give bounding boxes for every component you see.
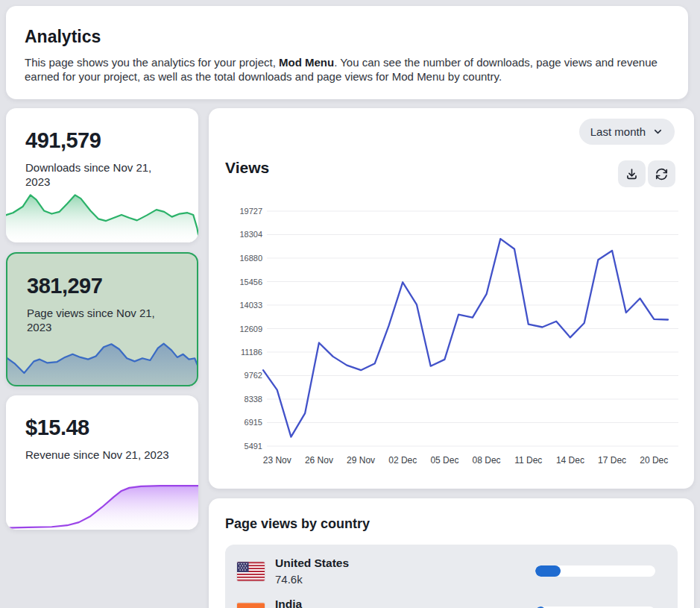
svg-text:05 Dec: 05 Dec xyxy=(430,455,458,466)
page-views-label: Page views since Nov 21, 2023 xyxy=(27,306,180,334)
svg-text:11 Dec: 11 Dec xyxy=(514,455,542,466)
downloads-value: 491,579 xyxy=(25,128,101,153)
download-icon xyxy=(625,167,639,181)
page-views-by-country-panel: Page views by country xyxy=(209,498,694,608)
country-name: India xyxy=(275,598,302,608)
country-bar-track xyxy=(535,565,655,577)
svg-text:29 Nov: 29 Nov xyxy=(347,455,375,466)
svg-text:14 Dec: 14 Dec xyxy=(556,455,584,466)
svg-text:12609: 12609 xyxy=(239,325,262,333)
downloads-sparkline xyxy=(6,192,198,242)
range-selector-button[interactable]: Last month xyxy=(579,119,675,145)
svg-text:5491: 5491 xyxy=(245,442,262,451)
country-list: United States 74.6k India xyxy=(225,545,678,608)
svg-text:8338: 8338 xyxy=(245,395,262,404)
chevron-down-icon xyxy=(652,126,663,137)
svg-text:19727: 19727 xyxy=(239,207,262,216)
project-name: Mod Menu xyxy=(279,56,334,69)
svg-text:08 Dec: 08 Dec xyxy=(473,455,501,466)
svg-text:14033: 14033 xyxy=(239,301,262,310)
svg-text:02 Dec: 02 Dec xyxy=(388,455,417,466)
svg-text:18304: 18304 xyxy=(239,230,262,239)
country-name: United States xyxy=(275,557,349,570)
description-before: This page shows you the analytics for yo… xyxy=(25,56,279,69)
svg-text:11186: 11186 xyxy=(241,348,262,357)
download-csv-button[interactable] xyxy=(618,160,646,187)
revenue-value: $15.48 xyxy=(25,416,89,440)
page-views-stat-card[interactable]: 381,297 Page views since Nov 21, 2023 xyxy=(6,252,198,386)
country-row-united-states: United States 74.6k xyxy=(236,551,667,592)
page-views-value: 381,297 xyxy=(27,274,102,298)
revenue-stat-card[interactable]: $15.48 Revenue since Nov 21, 2023 xyxy=(6,395,198,530)
refresh-icon xyxy=(655,167,669,181)
country-row-india: India xyxy=(236,592,667,608)
downloads-stat-card[interactable]: 491,579 Downloads since Nov 21, 2023 xyxy=(6,108,198,242)
svg-text:23 Nov: 23 Nov xyxy=(263,455,291,466)
india-flag-icon xyxy=(237,603,265,608)
analytics-header-card: Analytics This page shows you the analyt… xyxy=(6,6,688,99)
downloads-label: Downloads since Nov 21, 2023 xyxy=(25,160,178,189)
page-description: This page shows you the analytics for yo… xyxy=(25,55,678,84)
svg-text:26 Nov: 26 Nov xyxy=(305,455,333,466)
svg-text:17 Dec: 17 Dec xyxy=(598,455,626,466)
us-flag-icon xyxy=(237,562,265,581)
revenue-label: Revenue since Nov 21, 2023 xyxy=(25,448,178,462)
range-selector-label: Last month xyxy=(590,125,646,138)
country-bar-fill xyxy=(535,565,561,577)
views-chart-title: Views xyxy=(225,159,269,177)
refresh-button[interactable] xyxy=(648,160,675,187)
svg-text:16880: 16880 xyxy=(239,254,262,263)
svg-text:9762: 9762 xyxy=(245,371,262,380)
svg-text:15456: 15456 xyxy=(239,278,262,286)
revenue-sparkline xyxy=(6,480,198,530)
svg-text:20 Dec: 20 Dec xyxy=(640,455,668,466)
views-chart: 5491691583389762111861260914033154561688… xyxy=(209,201,694,481)
svg-text:6915: 6915 xyxy=(245,418,262,427)
country-value: 74.6k xyxy=(275,573,349,586)
views-panel: Last month Views 54916915833897621118612… xyxy=(209,108,694,489)
page-title: Analytics xyxy=(25,27,101,47)
country-panel-title: Page views by country xyxy=(225,516,370,532)
page-views-sparkline xyxy=(7,335,198,386)
